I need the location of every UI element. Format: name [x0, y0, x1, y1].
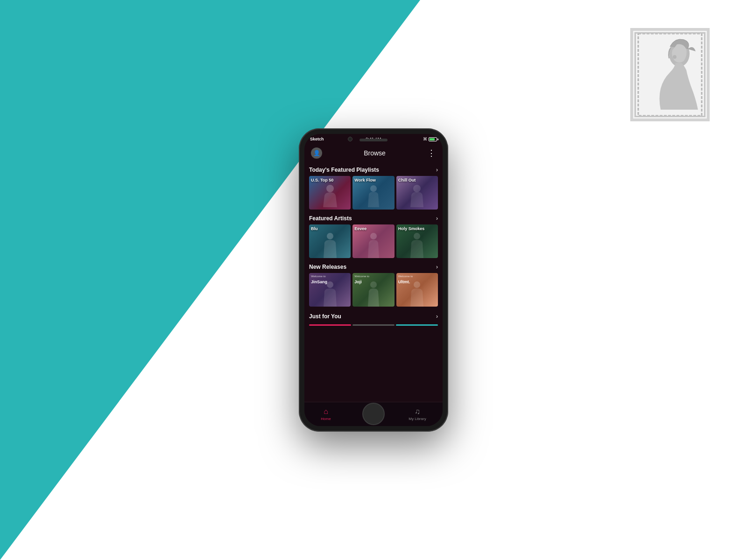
svg-point-8: [327, 233, 333, 239]
phone-screen: Sketch 9:41 AM ⌘ 👤 Browse ⋮: [304, 134, 443, 426]
new-releases-section-header: New Releases ›: [309, 259, 438, 273]
navigation-bar: 👤 Browse ⋮: [304, 144, 443, 162]
home-button[interactable]: [362, 403, 385, 425]
library-icon: ♫: [415, 407, 420, 416]
artist-card-holy-smokes[interactable]: Holy Smokes: [396, 224, 438, 258]
battery-fill: [430, 138, 435, 140]
featured-artists-arrow-icon[interactable]: ›: [436, 215, 438, 222]
tab-home[interactable]: ⌂ Home: [321, 407, 331, 421]
carrier-signal: Sketch: [310, 137, 324, 141]
artist-figure-eevee: [364, 232, 383, 258]
jinsang-label: JinSang: [311, 280, 349, 285]
jinsang-sublabel: Welcome to: [311, 275, 349, 278]
work-flow-label: Work Flow: [354, 178, 392, 183]
watermark-figure: [637, 33, 703, 117]
just-for-you-progress-bars: [309, 324, 438, 326]
playlist-card-work-flow[interactable]: Work Flow: [352, 176, 394, 210]
playlist-card-us-top-50[interactable]: U.S. Top 50: [309, 176, 351, 210]
phone-body: Sketch 9:41 AM ⌘ 👤 Browse ⋮: [299, 128, 448, 432]
eevee-label: Eevee: [354, 226, 392, 231]
release-card-jinsang[interactable]: Welcome to JinSang: [309, 273, 351, 307]
svg-point-9: [370, 233, 377, 239]
home-icon: ⌂: [324, 407, 328, 416]
new-releases-grid: Welcome to JinSang Welcome to Joji: [309, 273, 438, 307]
holy-smokes-label: Holy Smokes: [398, 226, 436, 231]
just-for-you-title: Just for You: [309, 313, 341, 320]
featured-artists-grid: Blu Eevee Holy Smo: [309, 224, 438, 258]
artist-card-eevee[interactable]: Eevee: [352, 224, 394, 258]
artist-card-blu[interactable]: Blu: [309, 224, 351, 258]
bluetooth-icon: ⌘: [423, 137, 427, 141]
svg-point-6: [370, 185, 377, 192]
phone-camera: [348, 137, 352, 141]
artist-figure-holy: [408, 232, 426, 258]
featured-playlists-grid: U.S. Top 50 Work Flow: [309, 176, 438, 210]
featured-playlists-section-header: Today's Featured Playlists ›: [309, 162, 438, 176]
joji-sublabel: Welcome to: [354, 275, 392, 278]
blu-label: Blu: [311, 226, 349, 231]
featured-playlists-arrow-icon[interactable]: ›: [436, 167, 438, 173]
more-options-button[interactable]: ⋮: [427, 149, 436, 157]
release-figure-ultmt: [408, 281, 426, 307]
release-card-joji[interactable]: Welcome to Joji: [352, 273, 394, 307]
just-for-you-arrow-icon[interactable]: ›: [436, 313, 438, 320]
card-figure-workflow: [364, 184, 383, 210]
progress-bar-3: [396, 324, 438, 326]
battery-tip: [437, 138, 438, 140]
playlist-card-chill-out[interactable]: Chill Out: [396, 176, 438, 210]
joji-label: Joji: [354, 280, 392, 285]
tab-home-label: Home: [321, 417, 331, 421]
tab-library-label: My Library: [409, 417, 426, 421]
us-top-50-label: U.S. Top 50: [311, 178, 349, 183]
just-for-you-section: Just for You ›: [309, 308, 438, 326]
battery-icon: [429, 137, 437, 141]
release-card-ultmt[interactable]: Welcome to Ultmt.: [396, 273, 438, 307]
ultmt-label: Ultmt.: [398, 280, 436, 285]
svg-point-7: [413, 185, 421, 192]
svg-point-5: [326, 185, 334, 192]
featured-artists-section-header: Featured Artists ›: [309, 210, 438, 224]
featured-artists-title: Featured Artists: [309, 215, 352, 222]
release-figure-joji: [364, 281, 383, 307]
page-title: Browse: [364, 149, 386, 157]
card-figure: [321, 184, 339, 210]
main-content: Today's Featured Playlists › U.S. Top 50: [304, 162, 443, 402]
progress-bar-1: [309, 324, 351, 326]
ultmt-sublabel: Welcome to: [398, 275, 436, 278]
chill-out-label: Chill Out: [398, 178, 436, 183]
new-releases-title: New Releases: [309, 264, 346, 270]
svg-point-10: [414, 233, 420, 239]
card-figure-chill: [408, 184, 426, 210]
featured-playlists-title: Today's Featured Playlists: [309, 167, 379, 173]
new-releases-arrow-icon[interactable]: ›: [436, 264, 438, 270]
avatar-icon: 👤: [313, 150, 320, 156]
watermark-stamp: [630, 28, 710, 121]
svg-point-4: [673, 55, 677, 59]
user-avatar[interactable]: 👤: [311, 147, 322, 159]
artist-figure-blu: [321, 232, 339, 258]
battery-area: ⌘: [423, 137, 437, 141]
phone-speaker: [359, 139, 388, 141]
phone-mockup: Sketch 9:41 AM ⌘ 👤 Browse ⋮: [299, 128, 448, 432]
just-for-you-header: Just for You ›: [309, 308, 438, 322]
progress-bar-2: [352, 324, 395, 326]
release-figure-jinsang: [321, 281, 339, 307]
tab-library[interactable]: ♫ My Library: [409, 407, 426, 421]
